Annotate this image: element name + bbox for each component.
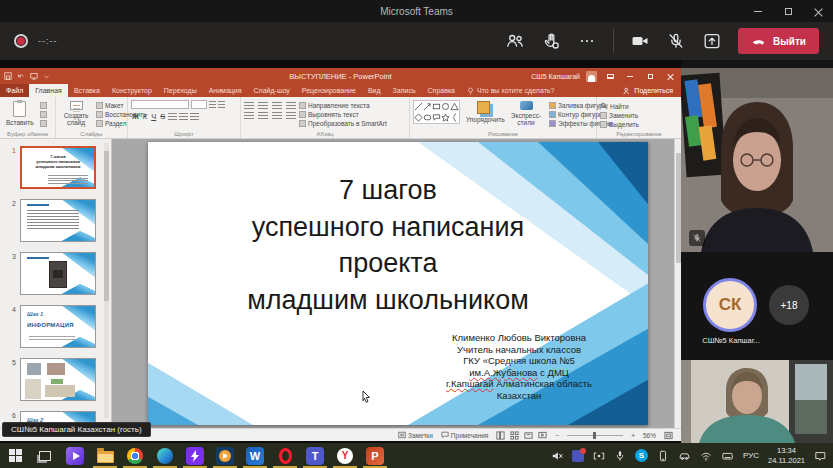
new-slide-button[interactable]: Создать слайд	[59, 100, 93, 127]
taskbar-teams[interactable]: T	[300, 443, 330, 468]
bold-button[interactable]: Ж	[131, 112, 140, 121]
reading-view-icon[interactable]	[524, 431, 533, 440]
language-indicator[interactable]: РУС	[743, 451, 759, 460]
tab-view[interactable]: Вид	[362, 84, 387, 97]
close-button[interactable]	[803, 0, 833, 22]
participants-button[interactable]	[505, 31, 525, 51]
increase-indent-icon[interactable]	[286, 102, 296, 109]
scrollbar-thumb[interactable]	[676, 153, 681, 263]
character-spacing-icon[interactable]	[179, 113, 188, 120]
zoom-slider[interactable]	[567, 435, 623, 436]
strikethrough-button[interactable]: S	[159, 112, 166, 121]
numbering-icon[interactable]	[258, 102, 268, 109]
taskbar-word[interactable]: W	[240, 443, 270, 468]
shrink-font-icon[interactable]	[218, 101, 225, 108]
taskbar-potplayer[interactable]	[210, 443, 240, 468]
arrange-button[interactable]: Упорядочить	[463, 100, 503, 127]
customize-qat-icon[interactable]	[43, 73, 50, 80]
ppt-close-button[interactable]	[663, 69, 677, 83]
format-painter-icon[interactable]	[40, 120, 47, 127]
align-right-icon[interactable]	[272, 112, 282, 119]
cut-icon[interactable]	[40, 102, 47, 109]
slide-thumbnail-1[interactable]: 7 шагов успешного написания младшим школ…	[20, 146, 96, 189]
taskbar-edge[interactable]	[150, 443, 180, 468]
taskbar-yandex[interactable]: Y	[330, 443, 360, 468]
font-size-box[interactable]	[191, 100, 207, 109]
phone-tray-icon[interactable]	[657, 450, 669, 462]
scrollbar-thumb[interactable]	[104, 151, 109, 301]
participant-video-1[interactable]	[681, 68, 833, 252]
font-color-icon[interactable]	[190, 113, 199, 120]
camera-button[interactable]	[630, 31, 650, 51]
more-options-button[interactable]	[577, 31, 597, 51]
zoom-slider-thumb[interactable]	[593, 432, 596, 439]
taskbar-chrome[interactable]	[120, 443, 150, 468]
notes-button[interactable]: Заметки	[398, 431, 433, 439]
paste-button[interactable]: Вставить	[3, 100, 37, 127]
tab-home[interactable]: Главная	[29, 84, 68, 97]
share-document-button[interactable]: Поделиться	[615, 84, 681, 97]
minimize-button[interactable]	[743, 0, 773, 22]
thumbnails-scrollbar[interactable]	[104, 143, 109, 418]
taskbar-kmplayer[interactable]	[60, 443, 90, 468]
slide-thumbnail-5[interactable]	[20, 358, 96, 401]
quick-styles-button[interactable]: Экспресс-стили	[506, 100, 546, 127]
bullets-icon[interactable]	[244, 102, 254, 109]
taskbar-powerpoint[interactable]: P	[360, 443, 390, 468]
task-view-button[interactable]	[30, 443, 60, 468]
slideshow-view-icon[interactable]	[538, 431, 547, 440]
microphone-tray-icon[interactable]	[614, 450, 626, 462]
clock[interactable]: 13:34 24.11.2021	[768, 446, 805, 465]
slide-sorter-icon[interactable]	[510, 431, 519, 440]
share-screen-button[interactable]	[702, 31, 722, 51]
action-center-button[interactable]	[814, 450, 827, 462]
comments-button[interactable]: Примечания	[441, 431, 489, 439]
ppt-minimize-button[interactable]	[623, 69, 637, 83]
undo-icon[interactable]	[17, 72, 25, 80]
tab-insert[interactable]: Вставка	[68, 84, 106, 97]
maximize-button[interactable]	[773, 0, 803, 22]
align-center-icon[interactable]	[258, 112, 268, 119]
overflow-participants[interactable]: +18	[769, 285, 809, 325]
taskbar-file-explorer[interactable]	[90, 443, 120, 468]
font-name-box[interactable]	[131, 100, 189, 109]
ppt-restore-button[interactable]	[643, 69, 657, 83]
leave-button[interactable]: Выйти	[738, 28, 819, 54]
slide-scrollbar[interactable]	[674, 139, 681, 428]
italic-button[interactable]: К	[142, 112, 148, 121]
teams-tray-icon[interactable]	[572, 450, 584, 462]
tab-help[interactable]: Справка	[422, 84, 461, 97]
taskbar-media-app[interactable]	[180, 443, 210, 468]
microphone-button[interactable]	[666, 31, 686, 51]
tab-file[interactable]: Файл	[0, 84, 29, 97]
reactions-button[interactable]	[541, 31, 561, 51]
save-icon[interactable]	[4, 72, 12, 80]
decrease-indent-icon[interactable]	[272, 102, 282, 109]
tab-transitions[interactable]: Переходы	[158, 84, 203, 97]
grow-font-icon[interactable]	[209, 101, 216, 108]
tab-record[interactable]: Запись	[387, 84, 422, 97]
skype-tray-icon[interactable]: S	[635, 449, 648, 462]
wifi-icon[interactable]	[700, 450, 712, 462]
select-button[interactable]: Выделить	[600, 121, 639, 128]
align-text-button[interactable]: Выровнять текст	[299, 111, 387, 118]
normal-view-icon[interactable]	[496, 431, 505, 440]
participant-avatar[interactable]: СК	[703, 278, 757, 332]
taskbar-opera[interactable]	[270, 443, 300, 468]
tab-animations[interactable]: Анимация	[203, 84, 248, 97]
align-left-icon[interactable]	[244, 112, 254, 119]
slide-thumbnail-2[interactable]	[20, 199, 96, 242]
replace-button[interactable]: Заменить	[600, 112, 639, 119]
tell-me-box[interactable]: Что вы хотите сделать?	[461, 84, 560, 97]
recording-tray-icon[interactable]	[593, 450, 605, 462]
tab-slideshow[interactable]: Слайд-шоу	[248, 84, 296, 97]
slide-thumbnail-4[interactable]: Шаг 1 ИНФОРМАЦИЯ	[20, 305, 96, 348]
vehicle-tray-icon[interactable]	[678, 450, 691, 462]
zoom-in-button[interactable]: +	[631, 432, 635, 439]
shapes-gallery[interactable]	[413, 100, 460, 124]
zoom-percent[interactable]: 56%	[643, 432, 656, 439]
volume-icon[interactable]	[551, 450, 563, 462]
justify-icon[interactable]	[286, 112, 296, 119]
tab-design[interactable]: Конструктор	[106, 84, 158, 97]
find-button[interactable]: Найти	[600, 102, 639, 110]
